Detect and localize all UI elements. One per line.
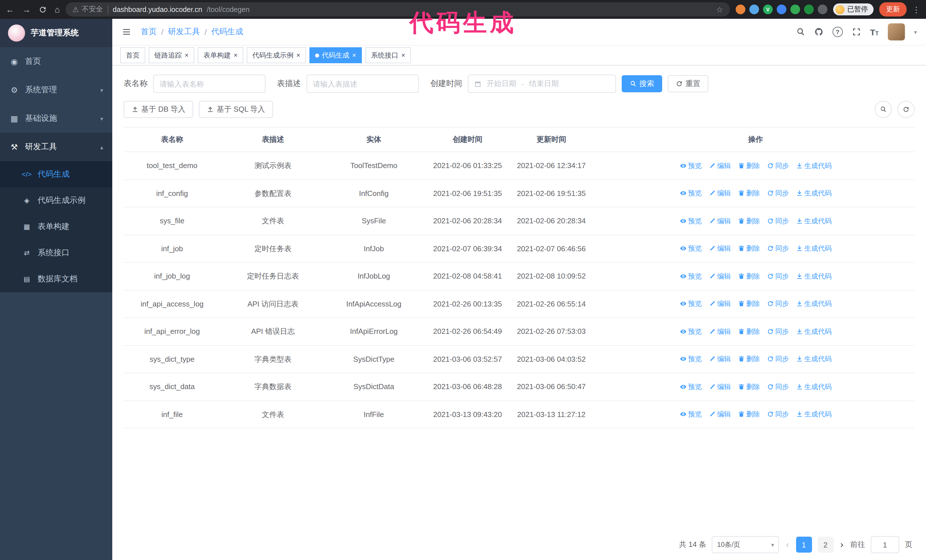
sidebar-item-infra[interactable]: ▦ 基础设施 ▾ [0,104,112,133]
generate-code-link[interactable]: 生成代码 [796,382,832,392]
caret-down-icon[interactable]: ▾ [914,29,917,35]
preview-link[interactable]: 预览 [679,354,702,364]
edit-link[interactable]: 编辑 [709,299,731,309]
delete-link[interactable]: 删除 [738,382,760,392]
generate-code-link[interactable]: 生成代码 [796,216,832,226]
delete-link[interactable]: 删除 [738,243,760,254]
tab-codegen-example[interactable]: 代码生成示例 × [247,47,306,63]
page-size-select[interactable]: 10条/页 ▾ [712,536,779,553]
sidebar-item-system[interactable]: ⚙ 系统管理 ▾ [0,76,112,104]
sync-link[interactable]: 同步 [767,409,789,420]
generate-code-link[interactable]: 生成代码 [796,188,832,199]
table-desc-input[interactable] [307,75,419,93]
preview-link[interactable]: 预览 [679,409,702,420]
extension-icon[interactable] [804,5,814,14]
extension-icon[interactable] [790,5,800,14]
sidebar-item-codegen-example[interactable]: ◈ 代码生成示例 [0,187,112,214]
breadcrumb-devtools[interactable]: 研发工具 [168,27,200,37]
extension-icon[interactable] [777,5,787,14]
generate-code-link[interactable]: 生成代码 [796,299,832,309]
generate-code-link[interactable]: 生成代码 [796,326,832,337]
edit-link[interactable]: 编辑 [709,243,731,254]
help-icon[interactable]: ? [832,27,843,37]
sync-link[interactable]: 同步 [767,382,789,392]
fullscreen-icon[interactable] [852,27,861,36]
edit-link[interactable]: 编辑 [709,188,731,199]
tab-system-api[interactable]: 系统接口 × [365,47,411,63]
extension-icon[interactable] [818,5,828,14]
sync-link[interactable]: 同步 [767,216,789,226]
delete-link[interactable]: 删除 [738,271,760,281]
search-button[interactable]: 搜索 [622,75,662,92]
hamburger-icon[interactable] [121,27,132,36]
delete-link[interactable]: 删除 [738,326,760,337]
search-icon[interactable] [796,27,805,36]
sidebar-item-devtools[interactable]: ⚒ 研发工具 ▴ [0,133,112,161]
sync-link[interactable]: 同步 [767,354,789,364]
tab-form-builder[interactable]: 表单构建 × [198,47,243,63]
page-button-1[interactable]: 1 [796,537,812,552]
delete-link[interactable]: 删除 [738,188,760,199]
sync-link[interactable]: 同步 [767,243,789,254]
close-icon[interactable]: × [185,52,189,59]
close-icon[interactable]: × [401,52,405,59]
home-icon[interactable]: ⌂ [55,5,60,14]
sidebar-item-form-builder[interactable]: ▦ 表单构建 [0,214,112,240]
generate-code-link[interactable]: 生成代码 [796,354,832,364]
refresh-icon[interactable] [39,5,47,14]
preview-link[interactable]: 预览 [679,382,702,392]
generate-code-link[interactable]: 生成代码 [796,409,832,420]
edit-link[interactable]: 编辑 [709,354,731,364]
delete-link[interactable]: 删除 [738,161,760,171]
preview-link[interactable]: 预览 [679,216,702,226]
extension-icon[interactable]: V [763,5,773,14]
avatar[interactable] [888,23,905,41]
preview-link[interactable]: 预览 [679,243,702,254]
generate-code-link[interactable]: 生成代码 [796,271,832,281]
update-button[interactable]: 更新 [879,2,906,17]
extension-icon[interactable] [749,5,759,14]
extension-icon[interactable] [736,5,745,14]
profile-chip[interactable]: 已暂停 [833,3,873,15]
preview-link[interactable]: 预览 [679,299,702,309]
sidebar-item-home[interactable]: ◉ 首页 [0,47,112,76]
edit-link[interactable]: 编辑 [709,382,731,392]
edit-link[interactable]: 编辑 [709,409,731,420]
back-icon[interactable]: ← [6,5,14,14]
edit-link[interactable]: 编辑 [709,161,731,171]
refresh-table-button[interactable] [897,101,915,118]
browser-menu-icon[interactable]: ⋮ [912,5,920,14]
font-size-icon[interactable]: TT [870,27,879,37]
breadcrumb-home[interactable]: 首页 [141,27,157,37]
breadcrumb-codegen[interactable]: 代码生成 [212,27,243,37]
forward-icon[interactable]: → [22,5,31,14]
delete-link[interactable]: 删除 [738,354,760,364]
delete-link[interactable]: 删除 [738,216,760,226]
preview-link[interactable]: 预览 [679,326,702,337]
toggle-search-button[interactable] [875,101,892,118]
next-page-icon[interactable]: › [839,539,844,550]
tab-tracing[interactable]: 链路追踪 × [149,47,194,63]
goto-page-input[interactable] [871,536,899,553]
preview-link[interactable]: 预览 [679,271,702,281]
table-name-input[interactable] [153,75,266,93]
date-range-picker[interactable]: 开始日期 - 结束日期 [468,75,616,93]
delete-link[interactable]: 删除 [738,409,760,420]
sidebar-item-db-doc[interactable]: ▤ 数据库文档 [0,266,112,292]
generate-code-link[interactable]: 生成代码 [796,161,832,171]
sync-link[interactable]: 同步 [767,188,789,199]
sync-link[interactable]: 同步 [767,271,789,281]
tab-codegen[interactable]: 代码生成 × [309,47,362,63]
bookmark-star-icon[interactable]: ☆ [716,5,723,14]
preview-link[interactable]: 预览 [679,161,702,171]
sidebar-item-codegen[interactable]: </> 代码生成 [0,161,112,187]
delete-link[interactable]: 删除 [738,299,760,309]
address-bar[interactable]: ⚠ 不安全 dashboard.yudao.iocoder.cn /tool/c… [65,2,730,17]
prev-page-icon[interactable]: ‹ [785,539,790,550]
security-status[interactable]: ⚠ 不安全 [73,5,103,14]
close-icon[interactable]: × [352,52,356,59]
edit-link[interactable]: 编辑 [709,326,731,337]
sync-link[interactable]: 同步 [767,326,789,337]
generate-code-link[interactable]: 生成代码 [796,243,832,254]
sync-link[interactable]: 同步 [767,161,789,171]
